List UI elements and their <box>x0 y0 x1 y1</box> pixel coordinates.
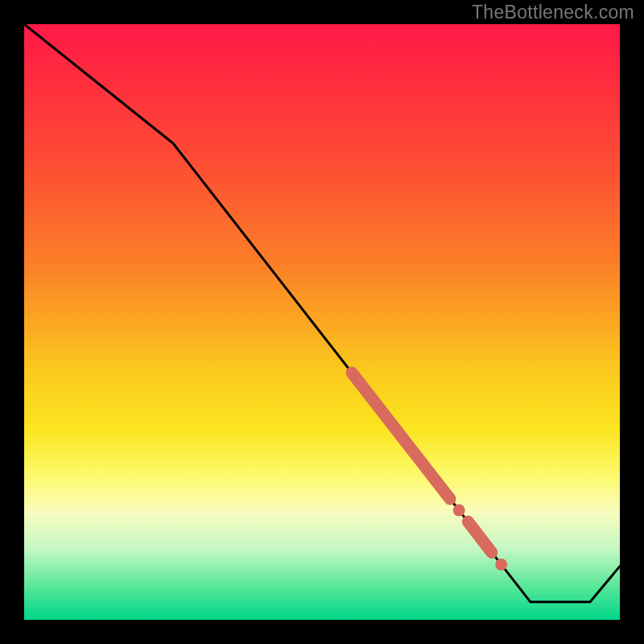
curve-layer <box>24 24 620 602</box>
marker-band-upper <box>352 373 450 499</box>
marker-dot-low <box>495 559 507 571</box>
figure: TheBottleneck.com <box>0 0 644 644</box>
marker-dot-mid <box>453 504 465 516</box>
marker-band-lower <box>468 522 492 552</box>
plot-svg <box>24 24 620 620</box>
series-curve <box>24 24 620 602</box>
watermark-text: TheBottleneck.com <box>472 2 634 23</box>
plot-area <box>24 24 620 620</box>
